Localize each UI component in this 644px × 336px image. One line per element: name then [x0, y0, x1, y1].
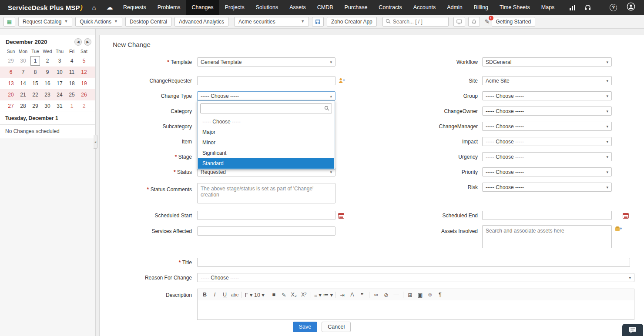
font-size-icon[interactable]: 10 ▾: [254, 290, 265, 299]
scheduled-end-calendar-icon[interactable]: [623, 213, 629, 219]
calendar-day[interactable]: 25: [66, 89, 78, 100]
cancel-button[interactable]: Cancel: [322, 322, 351, 332]
table-icon[interactable]: ⊞: [406, 290, 415, 299]
title-input[interactable]: [197, 258, 630, 267]
cloud-icon[interactable]: ☁: [102, 0, 117, 15]
calendar-day[interactable]: 30: [17, 55, 29, 67]
image-icon[interactable]: ▣: [416, 290, 425, 299]
calendar-day[interactable]: 5: [78, 55, 90, 67]
desktop-central-button[interactable]: Desktop Central: [125, 17, 171, 27]
reason-for-change-select[interactable]: ----- Choose -----▾: [197, 273, 634, 282]
site-select[interactable]: Acme Site▾: [482, 76, 612, 85]
calendar-day[interactable]: 22: [29, 89, 41, 100]
calendar-day[interactable]: 10: [54, 67, 66, 78]
dropdown-option-standard[interactable]: Standard: [198, 158, 334, 169]
panel-toggle-icon[interactable]: ▦: [3, 17, 15, 27]
dropdown-option-major[interactable]: Major: [198, 127, 334, 137]
status-comments-textarea[interactable]: The above stage/status is set as part of…: [198, 183, 335, 203]
dropdown-option-significant[interactable]: Significant: [198, 148, 334, 158]
nav-item-billing[interactable]: Billing: [468, 0, 494, 15]
calendar-day[interactable]: 6: [5, 67, 17, 78]
global-search[interactable]: [382, 17, 449, 27]
underline-icon[interactable]: U: [220, 290, 229, 299]
priority-select[interactable]: ----- Choose -----▾: [482, 167, 612, 176]
sidebar-collapse-handle[interactable]: ◂: [94, 135, 97, 149]
italic-icon[interactable]: I: [210, 290, 219, 299]
dropdown-option-choose[interactable]: ----- Choose -----: [198, 116, 334, 127]
advanced-analytics-button[interactable]: Advanced Analytics: [174, 17, 228, 27]
calendar-day[interactable]: 26: [78, 89, 90, 100]
calendar-day[interactable]: 2: [78, 100, 90, 112]
quick-actions-button[interactable]: Quick Actions▼: [75, 17, 122, 27]
nav-item-assets[interactable]: Assets: [284, 0, 312, 15]
special-char-icon[interactable]: ¶: [436, 290, 445, 299]
group-select[interactable]: ----- Choose -----▾: [482, 91, 612, 100]
scheduled-end-input[interactable]: [482, 211, 612, 220]
dropdown-search-input[interactable]: [203, 106, 324, 112]
calendar-day[interactable]: 1: [66, 100, 78, 112]
impact-select[interactable]: ----- Choose -----▾: [482, 137, 612, 146]
save-button[interactable]: Save: [293, 322, 318, 332]
strikethrough-icon[interactable]: abc: [230, 290, 239, 299]
calendar-day[interactable]: 11: [66, 67, 78, 78]
calendar-prev-icon[interactable]: ◀: [74, 38, 82, 46]
assets-involved-textarea[interactable]: [483, 226, 611, 248]
change-requester-input[interactable]: [197, 76, 335, 85]
change-type-select[interactable]: ----- Choose -----▴: [197, 91, 335, 100]
search-input[interactable]: [393, 19, 446, 25]
dropdown-option-minor[interactable]: Minor: [198, 137, 334, 148]
pick-assets-icon[interactable]: [615, 226, 622, 234]
nav-item-cmdb[interactable]: CMDB: [312, 0, 339, 15]
calendar-day[interactable]: 28: [17, 100, 29, 112]
calendar-day[interactable]: 13: [5, 78, 17, 89]
live-chat-icon[interactable]: [622, 324, 643, 336]
scheduled-start-input[interactable]: [197, 211, 335, 220]
calendar-day[interactable]: 17: [54, 78, 66, 89]
zoho-creator-app-button[interactable]: Zoho Creator App: [327, 17, 377, 27]
pick-requester-icon[interactable]: [338, 77, 345, 86]
calendar-day[interactable]: 9: [41, 67, 54, 78]
indent-icon[interactable]: ⇥: [338, 290, 347, 299]
calendar-day[interactable]: 16: [41, 78, 54, 89]
help-icon[interactable]: ?: [610, 4, 617, 11]
services-affected-input[interactable]: [197, 226, 335, 236]
nav-item-time-sheets[interactable]: Time Sheets: [494, 0, 536, 15]
calendar-day[interactable]: 2: [41, 55, 54, 67]
reports-chart-icon[interactable]: [564, 0, 580, 15]
nav-item-changes[interactable]: Changes: [186, 0, 219, 15]
format-color-icon[interactable]: A: [348, 290, 357, 299]
description-editor-area[interactable]: [197, 300, 634, 320]
template-select[interactable]: General Template▾: [197, 57, 335, 67]
calendar-day[interactable]: 29: [29, 100, 41, 112]
text-color-icon[interactable]: ■: [269, 290, 278, 299]
calendar-day[interactable]: 1: [30, 56, 40, 66]
calendar-day[interactable]: 21: [17, 89, 29, 100]
scheduled-start-calendar-icon[interactable]: [338, 213, 344, 219]
calendar-day[interactable]: 4: [66, 55, 78, 67]
superscript-icon[interactable]: X²: [299, 290, 309, 299]
request-catalog-button[interactable]: Request Catalog▼: [18, 17, 72, 27]
calendar-day[interactable]: 23: [41, 89, 54, 100]
hr-icon[interactable]: —: [392, 290, 401, 299]
getting-started-pencil-icon[interactable]: ✎1: [485, 18, 490, 25]
calendar-day[interactable]: 3: [54, 55, 66, 67]
bold-icon[interactable]: B: [200, 290, 209, 299]
link-icon[interactable]: ∞: [372, 290, 381, 299]
calendar-day[interactable]: 24: [54, 89, 66, 100]
risk-select[interactable]: ----- Choose -----▾: [482, 183, 612, 192]
nav-item-contracts[interactable]: Contracts: [373, 0, 408, 15]
nav-item-problems[interactable]: Problems: [152, 0, 186, 15]
calendar-day[interactable]: 27: [5, 100, 17, 112]
calendar-day[interactable]: 12: [78, 67, 90, 78]
calendar-day[interactable]: 19: [78, 78, 90, 89]
change-manager-select[interactable]: ----- Choose -----▾: [482, 122, 612, 131]
nav-item-purchase[interactable]: Purchase: [339, 0, 373, 15]
home-icon[interactable]: ⌂: [86, 0, 102, 15]
getting-started-button[interactable]: Getting Started: [492, 17, 536, 27]
calendar-next-icon[interactable]: ▶: [84, 38, 91, 46]
subscript-icon[interactable]: X₂: [289, 290, 299, 299]
calendar-day[interactable]: 30: [41, 100, 54, 112]
calendar-day[interactable]: 29: [5, 55, 17, 67]
calendar-day[interactable]: 14: [17, 78, 29, 89]
unlink-icon[interactable]: ⊘: [382, 290, 391, 299]
